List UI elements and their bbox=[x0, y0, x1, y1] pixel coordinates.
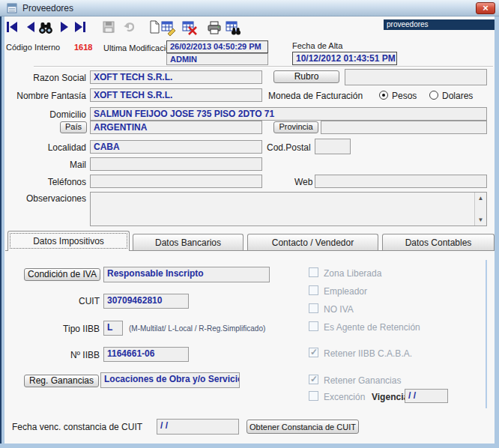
razon-social-input[interactable]: XOFT TECH S.R.L. bbox=[90, 70, 262, 84]
localidad-label: Localidad bbox=[48, 142, 86, 153]
scroll-down-icon[interactable]: ▼ bbox=[477, 216, 485, 224]
empleador-checkbox[interactable] bbox=[309, 285, 318, 295]
ultima-modificacion-usuario: ADMIN bbox=[166, 53, 268, 65]
window-border-left bbox=[1, 16, 4, 448]
cuit-label: CUIT bbox=[79, 296, 100, 306]
tipo-iibb-input[interactable]: L bbox=[103, 321, 123, 336]
telefonos-label: Teléfonos bbox=[48, 177, 86, 187]
ultima-modificacion-label: Ultima Modificación bbox=[103, 43, 175, 52]
domicilio-label: Domicilio bbox=[49, 109, 86, 120]
close-button[interactable]: × bbox=[476, 2, 495, 14]
fecha-alta-value: 10/12/2012 01:43:51 PM bbox=[292, 52, 397, 65]
rubro-button[interactable]: Rubro bbox=[273, 70, 339, 83]
record-source-badge: proveedores bbox=[384, 19, 498, 30]
save-icon bbox=[101, 19, 118, 36]
form-icon bbox=[7, 3, 17, 13]
header-separator bbox=[34, 66, 493, 67]
mail-input[interactable] bbox=[90, 157, 262, 171]
obtener-constancia-button[interactable]: Obtener Constancia de CUIT bbox=[247, 420, 359, 434]
rubro-input[interactable] bbox=[345, 69, 487, 85]
nombre-fantasia-label: Nombre Fantasía bbox=[16, 91, 86, 101]
web-input[interactable] bbox=[315, 175, 487, 188]
pais-button[interactable]: País bbox=[60, 121, 87, 133]
fecha-alta-label: Fecha de Alta bbox=[292, 41, 342, 50]
cod-postal-label: Cod.Postal bbox=[267, 142, 311, 153]
nro-iibb-label: Nº IIBB bbox=[70, 350, 100, 360]
print-icon[interactable] bbox=[206, 19, 223, 36]
cuit-input[interactable]: 30709462810 bbox=[103, 294, 189, 309]
provincia-button[interactable]: Provincia bbox=[273, 121, 318, 133]
excencion-checkbox[interactable] bbox=[309, 391, 318, 401]
dolares-radio-label[interactable]: Dolares bbox=[442, 91, 473, 101]
window-border-right bbox=[495, 16, 499, 448]
codigo-interno-value: 1618 bbox=[74, 43, 92, 52]
reg-ganancias-button[interactable]: Reg. Ganancias bbox=[24, 375, 99, 387]
agente-retencion-label: Es Agente de Retención bbox=[324, 322, 420, 333]
tipo-iibb-hint: (M-Multilat/ L-Local / R-Reg.Simplificad… bbox=[129, 324, 265, 333]
window-title: Proveedores bbox=[22, 3, 73, 13]
find-record-icon[interactable] bbox=[225, 19, 241, 36]
title-bar: Proveedores × bbox=[0, 0, 499, 16]
vigencia-input[interactable]: / / bbox=[405, 389, 448, 403]
web-label: Web bbox=[294, 177, 312, 187]
retener-iibb-label: Retener IIBB C.A.B.A. bbox=[324, 348, 412, 359]
tab-datos-bancarios[interactable]: Datos Bancarios bbox=[133, 234, 244, 250]
moneda-facturacion-label: Moneda de Facturación bbox=[268, 91, 363, 101]
tipo-iibb-label: Tipo IIBB bbox=[63, 324, 100, 334]
ultima-modificacion-fecha: 26/02/2013 04:50:29 PM bbox=[166, 40, 268, 53]
zona-liberada-label: Zona Liberada bbox=[324, 268, 381, 279]
pais-input[interactable]: ARGENTINA bbox=[90, 121, 262, 134]
reg-ganancias-input[interactable]: Locaciones de Obra y/o Servicio bbox=[100, 372, 240, 388]
domicilio-input[interactable]: SALMUN FEIJOO JOSE 735 PISO 2DTO 71 bbox=[90, 107, 487, 121]
observaciones-scrollbar[interactable]: ▲ ▼ bbox=[474, 193, 486, 225]
agente-retencion-checkbox[interactable] bbox=[309, 321, 318, 331]
tab-datos-contables[interactable]: Datos Contables bbox=[382, 234, 495, 250]
search-icon[interactable] bbox=[37, 19, 54, 36]
fecha-venc-cuit-label: Fecha venc. constancia de CUIT bbox=[12, 422, 142, 432]
excencion-label: Excención bbox=[324, 392, 365, 402]
retener-iibb-checkbox[interactable] bbox=[309, 348, 318, 357]
vigencia-label: Vigencia bbox=[372, 392, 408, 402]
delete-record-icon[interactable] bbox=[181, 19, 198, 36]
condicion-iva-input[interactable]: Responsable Inscripto bbox=[103, 267, 270, 282]
nro-iibb-input[interactable]: 1164661-06 bbox=[103, 347, 189, 362]
telefonos-input[interactable] bbox=[90, 175, 262, 188]
tab-contacto-vendedor[interactable]: Contacto / Vendedor bbox=[247, 234, 378, 250]
cod-postal-input[interactable] bbox=[315, 139, 351, 154]
provincia-input[interactable] bbox=[321, 121, 487, 134]
zona-liberada-checkbox[interactable] bbox=[309, 267, 318, 277]
no-iva-label: NO IVA bbox=[324, 304, 354, 315]
panel-divider bbox=[486, 260, 487, 408]
pesos-radio[interactable] bbox=[379, 91, 388, 100]
localidad-input[interactable]: CABA bbox=[90, 140, 262, 154]
last-record-icon[interactable] bbox=[73, 19, 89, 36]
observaciones-textarea[interactable]: ▲ ▼ bbox=[90, 192, 487, 226]
tab-datos-impositivos[interactable]: Datos Impositivos bbox=[7, 231, 130, 251]
razon-social-label: Razon Social bbox=[33, 73, 86, 83]
edit-record-icon[interactable] bbox=[160, 19, 177, 36]
proveedores-window: Proveedores × proveedores Código Interno… bbox=[0, 0, 499, 448]
window-border-bottom bbox=[0, 444, 499, 448]
retener-ganancias-label: Retener Ganancias bbox=[324, 375, 401, 386]
undo-icon bbox=[122, 19, 139, 36]
fecha-venc-cuit-input[interactable]: / / bbox=[157, 419, 239, 435]
no-iva-checkbox[interactable] bbox=[309, 303, 318, 313]
retener-ganancias-checkbox[interactable] bbox=[309, 375, 318, 384]
empleador-label: Empleador bbox=[324, 286, 367, 297]
nombre-fantasia-input[interactable]: XOFT TECH S.R.L. bbox=[90, 88, 262, 102]
first-record-icon[interactable] bbox=[4, 19, 21, 36]
mail-label: Mail bbox=[70, 160, 86, 170]
next-record-icon[interactable] bbox=[57, 19, 73, 36]
codigo-interno-label: Código Interno bbox=[6, 43, 60, 52]
dolares-radio[interactable] bbox=[429, 91, 438, 100]
condicion-iva-button[interactable]: Condición de IVA bbox=[24, 268, 100, 281]
pesos-radio-label[interactable]: Pesos bbox=[392, 91, 417, 101]
scroll-up-icon[interactable]: ▲ bbox=[477, 194, 485, 202]
observaciones-label: Observaciones bbox=[26, 193, 86, 204]
